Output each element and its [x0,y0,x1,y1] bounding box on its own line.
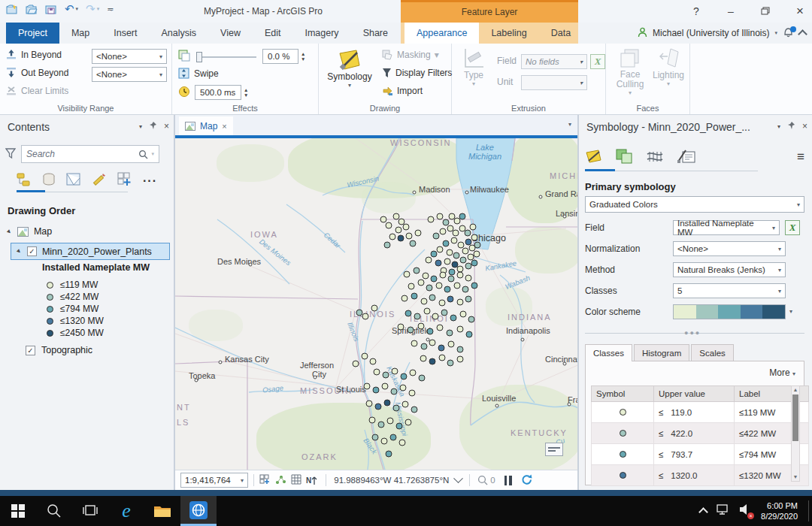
power-plant-point[interactable] [470,224,477,231]
tab-list-by-labeling[interactable] [117,172,132,190]
power-plant-point[interactable] [426,257,432,264]
in-beyond-dropdown[interactable]: <None>▾ [92,49,167,64]
import-button[interactable]: Import [382,86,423,96]
power-plant-point[interactable] [399,440,406,446]
ribbon-tab-share[interactable]: Share [351,23,400,44]
power-plant-point[interactable] [395,227,402,234]
subtab-histogram[interactable]: Histogram [634,344,689,361]
power-plant-point[interactable] [437,213,444,220]
classes-table-row[interactable]: ≤119.0≤119 MW [592,402,809,423]
ribbon-tab-imagery[interactable]: Imagery [292,23,350,44]
arcgis-pro-taskbar-icon[interactable] [180,496,217,526]
power-plant-point[interactable] [431,251,438,258]
clear-limits-button[interactable]: Clear Limits [6,86,68,96]
power-plant-point[interactable] [404,271,411,278]
power-plant-point[interactable] [453,252,460,259]
attribution-icon[interactable] [545,443,563,456]
power-plant-point[interactable] [440,272,447,279]
power-plant-point[interactable] [411,293,418,300]
classes-table-row[interactable]: ≤793.7≤794 MW [592,444,809,465]
power-plant-point[interactable] [420,355,427,362]
power-plant-point[interactable] [400,385,407,391]
class-upper-value-cell[interactable]: ≤422.0 [654,423,735,444]
network-icon[interactable] [716,503,729,518]
save-project-icon[interactable] [45,4,57,14]
tab-vary-symbology-icon[interactable] [615,148,633,168]
power-plant-point[interactable] [435,260,442,267]
power-plant-point[interactable] [414,268,420,274]
power-plant-point[interactable] [371,305,378,312]
class-upper-value-cell[interactable]: ≤119.0 [654,402,735,423]
power-plant-point[interactable] [462,248,469,255]
color-scheme-dropdown[interactable] [673,304,786,319]
power-plant-point[interactable] [459,213,466,220]
basemap-checkbox[interactable]: ✓ [26,346,35,355]
power-plant-point[interactable] [423,273,429,280]
ribbon-tab-view[interactable]: View [208,23,253,44]
power-plant-point[interactable] [382,383,389,390]
class-symbol-cell[interactable] [592,465,654,486]
user-menu-caret[interactable]: ▾ [774,30,777,36]
volume-muted-icon[interactable]: × [738,503,752,518]
power-plant-point[interactable] [429,295,436,301]
ribbon-tab-analysis[interactable]: Analysis [150,23,209,44]
collapse-ribbon-icon[interactable] [798,29,807,39]
subtab-classes[interactable]: Classes [585,344,632,361]
grid-icon[interactable] [291,474,301,486]
power-plant-point[interactable] [454,283,461,289]
power-plant-point[interactable] [457,326,464,333]
power-plant-point[interactable] [419,375,426,382]
tab-strip-menu-caret[interactable]: ▾ [568,121,571,128]
power-plant-point[interactable] [392,368,398,375]
power-plant-point[interactable] [402,401,409,408]
power-plant-point[interactable] [457,299,464,306]
power-plant-point[interactable] [362,313,369,320]
user-name[interactable]: Michael (University of Illinois) [653,28,769,38]
power-plant-point[interactable] [453,230,459,237]
field-dropdown[interactable]: Installed Nameplate MW▾ [673,220,780,235]
power-plant-point[interactable] [370,358,377,365]
class-symbol-cell[interactable] [592,444,654,465]
power-plant-point[interactable] [437,325,444,331]
power-plant-point[interactable] [408,327,414,334]
subtab-scales[interactable]: Scales [691,344,734,361]
power-plant-point[interactable] [378,422,385,428]
power-plant-point[interactable] [433,233,440,240]
power-plant-point[interactable] [471,283,478,289]
power-plant-point[interactable] [384,242,391,249]
symbology-menu-caret[interactable]: ▾ [777,123,780,130]
power-plant-point[interactable] [468,316,475,323]
power-plant-point[interactable] [438,345,445,352]
filter-icon[interactable] [5,148,16,162]
power-plant-point[interactable] [362,353,368,360]
power-plant-point[interactable] [383,372,389,379]
selection-count-icon[interactable]: 0 [477,475,495,485]
table-scrollbar[interactable]: ▲ ▼ [791,385,800,482]
extrusion-expression-button[interactable]: X [590,54,605,69]
power-plant-point[interactable] [465,230,471,237]
power-plant-point[interactable] [405,419,412,426]
power-plant-point[interactable] [460,311,467,318]
tab-primary-symbology-icon[interactable] [585,148,603,168]
power-plant-point[interactable] [375,404,382,410]
internet-explorer-icon[interactable]: e [108,496,144,526]
power-plant-point[interactable] [421,343,428,350]
transparency-spinner[interactable]: 0.0 % ▲▼ [262,49,305,64]
color-scheme-caret[interactable]: ▾ [789,308,792,315]
power-plant-point[interactable] [372,434,379,441]
power-plant-point[interactable] [437,246,444,253]
ribbon-tab-edit[interactable]: Edit [253,23,293,44]
contents-search-input[interactable]: Search ▾ [21,145,159,163]
power-plant-point[interactable] [389,234,396,240]
power-plant-point[interactable] [396,423,403,430]
class-symbol-cell[interactable] [592,402,654,423]
power-plant-point[interactable] [353,361,359,367]
tray-expand-icon[interactable] [698,507,708,517]
power-plant-point[interactable] [374,369,380,376]
edit-points-icon[interactable] [275,474,286,486]
class-upper-value-cell[interactable]: ≤793.7 [654,444,735,465]
power-plant-point[interactable] [418,280,425,286]
transparency-value[interactable]: 0.0 % [262,49,298,64]
contents-menu-caret[interactable]: ▾ [139,123,142,130]
power-plant-point[interactable] [465,275,472,282]
